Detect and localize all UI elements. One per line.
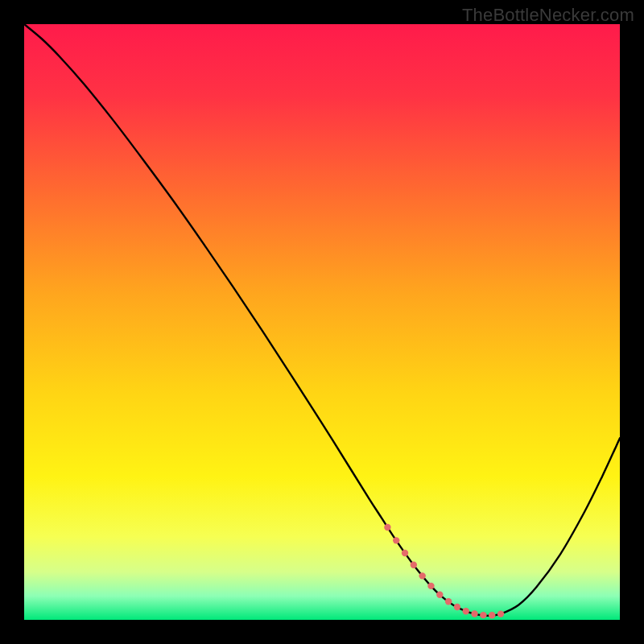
highlight-dot	[463, 608, 469, 614]
chart-container: TheBottleNecker.com	[0, 0, 644, 644]
highlight-dot	[402, 550, 408, 556]
highlight-dot	[480, 612, 486, 618]
highlight-dot	[497, 610, 504, 617]
highlight-dot	[436, 591, 443, 597]
watermark: TheBottleNecker.com	[462, 5, 634, 26]
highlight-dot	[427, 583, 434, 589]
highlight-dot	[471, 610, 477, 617]
highlight-dot	[419, 572, 425, 579]
gradient-background	[24, 24, 620, 620]
highlight-dot	[384, 524, 390, 530]
highlight-dot	[454, 604, 460, 610]
highlight-dot	[445, 598, 452, 605]
highlight-dot	[393, 537, 399, 543]
highlight-dot	[411, 561, 417, 568]
highlight-dot	[489, 612, 495, 618]
chart-plot-area	[24, 24, 620, 620]
